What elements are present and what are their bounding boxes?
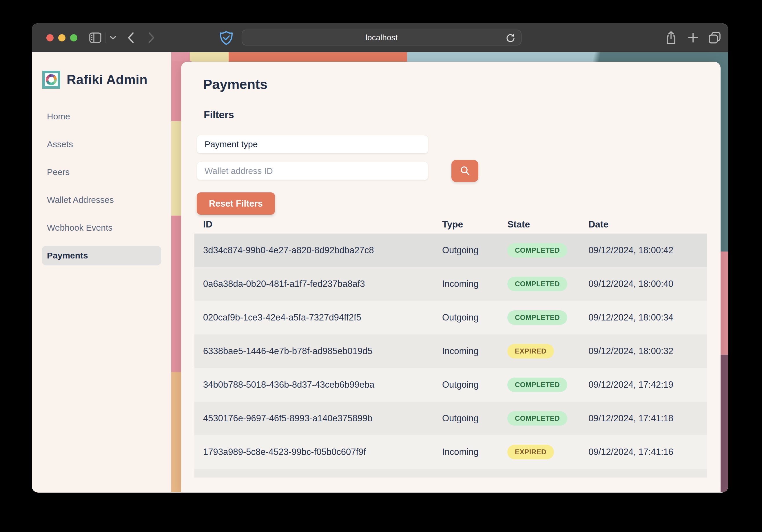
payment-id: 34b0b788-5018-436b-8d37-43ceb6b99eba <box>194 380 442 390</box>
payment-id: 0a6a38da-0b20-481f-a1f7-fed237ba8af3 <box>194 279 442 289</box>
sidebar-item-webhook-events[interactable]: Webhook Events <box>42 218 161 238</box>
brand-name: Rafiki Admin <box>67 72 147 87</box>
payment-type: Incoming <box>442 346 507 356</box>
toolbar-divider <box>105 33 106 43</box>
payment-type-select[interactable]: Payment type <box>197 135 428 154</box>
sidebar-item-assets[interactable]: Assets <box>42 134 161 154</box>
status-badge: COMPLETED <box>507 243 567 258</box>
reset-filters-button[interactable]: Reset Filters <box>197 192 275 215</box>
payment-date: 09/12/2024, 18:00:32 <box>588 346 707 356</box>
artwork-shape <box>171 52 191 62</box>
payment-date: 09/12/2024, 17:41:16 <box>588 447 707 457</box>
payment-type: Outgoing <box>442 312 507 323</box>
table-row[interactable]: 34b0b788-5018-436b-8d37-43ceb6b99eba Out… <box>194 368 707 402</box>
payment-date: 09/12/2024, 18:00:42 <box>588 245 707 256</box>
table-row-partial[interactable] <box>194 469 707 478</box>
artwork-shape <box>190 52 229 62</box>
sidebar-item-peers[interactable]: Peers <box>42 162 161 182</box>
payment-date: 09/12/2024, 18:00:40 <box>588 279 707 289</box>
sidebar-toggle-icon[interactable] <box>89 33 102 43</box>
chevron-down-icon[interactable] <box>110 36 116 40</box>
page-title: Payments <box>203 76 707 92</box>
status-badge: COMPLETED <box>507 277 567 291</box>
column-header-type: Type <box>442 219 507 230</box>
table-row[interactable]: 3d34c874-99b0-4e27-a820-8d92bdba27c8 Out… <box>194 234 707 267</box>
brand: Rafiki Admin <box>42 71 171 89</box>
new-tab-icon[interactable] <box>687 32 699 43</box>
address-bar[interactable]: localhost <box>242 30 521 45</box>
payment-type: Incoming <box>442 447 507 457</box>
payment-id: 4530176e-9697-46f5-8993-a140e375899b <box>194 413 442 423</box>
status-badge: EXPIRED <box>507 445 554 459</box>
artwork-shape <box>229 52 407 62</box>
payment-type-value: Payment type <box>204 139 258 149</box>
search-button[interactable] <box>451 160 478 182</box>
zoom-window-button[interactable] <box>70 34 77 41</box>
traffic-lights <box>46 34 77 41</box>
browser-window: localhost <box>32 23 728 493</box>
table-row[interactable]: 1793a989-5c8e-4523-99bc-f05b0c607f9f Inc… <box>194 435 707 469</box>
back-button[interactable] <box>127 32 134 43</box>
wallet-address-id-input[interactable] <box>197 162 428 180</box>
filters-panel: Payment type Reset Filters <box>197 135 707 204</box>
payment-date: 09/12/2024, 18:00:34 <box>588 312 707 323</box>
rafiki-logo-icon <box>42 71 60 89</box>
sidebar-item-payments[interactable]: Payments <box>42 246 161 266</box>
sidebar: Rafiki Admin Home Assets Peers Wallet Ad… <box>32 52 171 492</box>
sidebar-item-home[interactable]: Home <box>42 107 161 126</box>
status-badge: EXPIRED <box>507 344 554 358</box>
privacy-shield-icon[interactable] <box>220 31 233 45</box>
payment-date: 09/12/2024, 17:41:18 <box>588 413 707 423</box>
browser-toolbar: localhost <box>32 23 728 52</box>
rafiki-ring-icon <box>46 74 57 85</box>
table-header-row: ID Type State Date <box>194 215 707 234</box>
reload-icon[interactable] <box>505 33 516 43</box>
forward-button[interactable] <box>148 32 155 43</box>
main-content: Payments Filters Payment type Reset Filt… <box>181 62 721 492</box>
address-bar-url: localhost <box>366 33 398 42</box>
tab-overview-icon[interactable] <box>708 31 722 44</box>
column-header-state: State <box>507 219 588 230</box>
status-badge: COMPLETED <box>507 411 567 426</box>
minimize-window-button[interactable] <box>58 34 65 41</box>
sidebar-nav: Home Assets Peers Wallet Addresses Webho… <box>32 107 171 266</box>
payments-table: ID Type State Date 3d34c874-99b0-4e27-a8… <box>194 215 707 478</box>
table-row[interactable]: 020caf9b-1ce3-42e4-a5fa-7327d94ff2f5 Out… <box>194 301 707 335</box>
artwork-shape <box>407 52 728 62</box>
column-header-date: Date <box>588 219 707 230</box>
payment-date: 09/12/2024, 17:42:19 <box>588 380 707 390</box>
sidebar-item-wallet-addresses[interactable]: Wallet Addresses <box>42 190 161 210</box>
payment-id: 1793a989-5c8e-4523-99bc-f05b0c607f9f <box>194 447 442 457</box>
payment-id: 6338bae5-1446-4e7b-b78f-ad985eb019d5 <box>194 346 442 356</box>
status-badge: COMPLETED <box>507 378 567 392</box>
share-icon[interactable] <box>665 31 677 44</box>
payment-id: 3d34c874-99b0-4e27-a820-8d92bdba27c8 <box>194 245 442 256</box>
column-header-id: ID <box>194 219 442 230</box>
payment-type: Outgoing <box>442 245 507 256</box>
status-badge: COMPLETED <box>507 310 567 325</box>
search-icon <box>459 165 471 177</box>
payment-type: Outgoing <box>442 413 507 423</box>
webpage: Rafiki Admin Home Assets Peers Wallet Ad… <box>32 52 728 492</box>
table-row[interactable]: 4530176e-9697-46f5-8993-a140e375899b Out… <box>194 402 707 435</box>
table-row[interactable]: 6338bae5-1446-4e7b-b78f-ad985eb019d5 Inc… <box>194 335 707 368</box>
payment-id: 020caf9b-1ce3-42e4-a5fa-7327d94ff2f5 <box>194 312 442 323</box>
table-row[interactable]: 0a6a38da-0b20-481f-a1f7-fed237ba8af3 Inc… <box>194 267 707 301</box>
table-body: 3d34c874-99b0-4e27-a820-8d92bdba27c8 Out… <box>194 234 707 478</box>
payment-type: Outgoing <box>442 380 507 390</box>
payment-type: Incoming <box>442 279 507 289</box>
close-window-button[interactable] <box>46 34 54 41</box>
filters-heading: Filters <box>204 109 707 120</box>
